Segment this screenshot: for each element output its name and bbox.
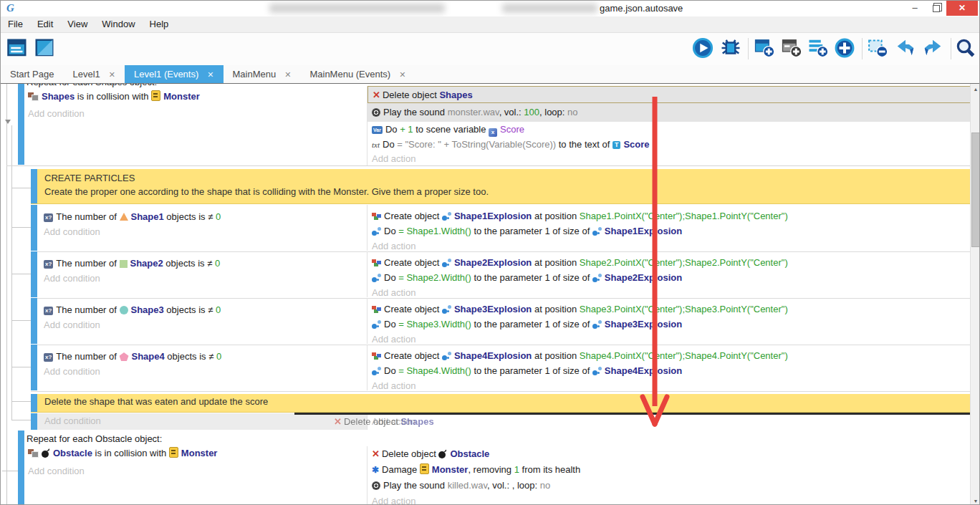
action-row-create-object[interactable]: Create object Shape4Explosion at positio…	[372, 348, 788, 364]
action-row-delete-shapes[interactable]: ✕Delete object Shapes	[368, 86, 971, 103]
bomb-object-icon	[438, 449, 447, 458]
shape1-triangle-icon	[120, 213, 128, 221]
tab-start-page[interactable]: Start Page	[1, 65, 63, 83]
actions-cell[interactable]: Add action	[367, 413, 971, 430]
redo-button[interactable]	[922, 37, 945, 60]
add-element-button[interactable]	[834, 37, 857, 60]
delete-event-button[interactable]	[867, 37, 890, 60]
shape3-circle-icon	[120, 306, 128, 314]
scrollbar-thumb[interactable]	[971, 133, 980, 247]
tab-mainmenu-events-[interactable]: MainMenu (Events)✕	[300, 65, 415, 83]
action-row-delete-obstacle[interactable]: ✕Delete object Obstacle	[368, 446, 971, 462]
shape4-pentagon-icon	[120, 352, 129, 361]
action-row-play-sound[interactable]: Play the sound monster.wav, vol.: 100, l…	[368, 103, 971, 122]
action-row-damage-monster[interactable]: ✱Damage Monster, removing 1 from its hea…	[368, 462, 971, 478]
create-object-icon	[372, 259, 381, 267]
tab-mainmenu[interactable]: MainMenu✕	[224, 65, 301, 83]
tab-label: Level1 (Events)	[134, 69, 198, 80]
close-button[interactable]: ✕	[946, 1, 978, 16]
actions-column: ✕Delete object Obstacle ✱Damage Monster,…	[367, 446, 971, 505]
add-condition-link[interactable]: Add condition	[44, 224, 100, 240]
comment-block[interactable]: CREATE PARTICLES Create the proper one a…	[31, 169, 970, 204]
tab-close-icon[interactable]: ✕	[207, 70, 213, 79]
minimize-button[interactable]: –	[905, 1, 925, 16]
add-sub-event-button[interactable]	[781, 37, 804, 60]
condition-row[interactable]: x?The number of Shape4 objects is ≠ 0	[44, 349, 221, 365]
tab-close-icon[interactable]: ✕	[109, 70, 115, 79]
add-condition-link[interactable]: Add condition	[44, 413, 101, 429]
condition-row[interactable]: x?The number of Shape2 objects is ≠ 0	[44, 256, 220, 271]
action-row-set-size[interactable]: Do = Shape4.Width() to the parameter 1 o…	[372, 363, 682, 379]
add-event-button[interactable]	[754, 37, 777, 60]
action-row-create-object[interactable]: Create object Shape2Explosion at positio…	[372, 255, 788, 271]
debug-button[interactable]	[720, 37, 743, 60]
add-condition-link[interactable]: Add condition	[44, 364, 100, 380]
event-bar	[31, 205, 37, 251]
action-row-create-object[interactable]: Create object Shape1Explosion at positio…	[372, 208, 788, 224]
action-row-set-size[interactable]: Do = Shape2.Width() to the parameter 1 o…	[372, 270, 682, 286]
maximize-button[interactable]	[926, 1, 946, 16]
condition-row[interactable]: x?The number of Shape1 objects is ≠ 0	[44, 209, 221, 225]
condition-row[interactable]: Shapes is in collision with Monster	[28, 89, 200, 105]
scene-editor-button[interactable]	[34, 37, 57, 60]
add-action-link[interactable]: Add action	[372, 378, 415, 394]
comment-body: Create the proper one according to the s…	[44, 186, 489, 197]
particle-emitter-icon	[442, 305, 451, 314]
tree-guide-line	[11, 125, 12, 420]
tab-close-icon[interactable]: ✕	[284, 70, 291, 79]
tree-guide-tick	[2, 471, 18, 471]
comment-block[interactable]: Delete the shape that was eaten and upda…	[31, 394, 970, 413]
vertical-scrollbar[interactable]: ▲ ▼	[970, 84, 980, 505]
undo-button[interactable]	[895, 37, 918, 60]
menu-edit[interactable]: Edit	[30, 16, 60, 32]
event-bar[interactable]	[18, 431, 24, 505]
particle-emitter-icon	[372, 367, 381, 375]
scroll-up-icon[interactable]: ▲	[971, 84, 980, 95]
add-condition-link[interactable]: Add condition	[28, 106, 85, 122]
particle-emitter-icon	[592, 367, 602, 375]
action-row-set-size[interactable]: Do = Shape1.Width() to the parameter 1 o…	[372, 223, 682, 239]
particle-emitter-icon	[592, 227, 602, 236]
action-row-play-sound[interactable]: Play the sound killed.wav, vol.: , loop:…	[368, 478, 971, 494]
add-comment-button[interactable]	[807, 37, 830, 60]
action-row-create-object[interactable]: Create object Shape3Explosion at positio…	[372, 302, 788, 317]
add-condition-link[interactable]: Add condition	[44, 317, 100, 333]
add-condition-link[interactable]: Add condition	[44, 271, 100, 287]
tab-label: MainMenu (Events)	[309, 69, 390, 80]
event-bar[interactable]	[18, 83, 24, 165]
run-preview-button[interactable]	[692, 37, 715, 60]
add-condition-link[interactable]: Add condition	[28, 463, 85, 479]
shape1-subevent[interactable]: x?The number of Shape1 objects is ≠ 0 Ad…	[31, 205, 970, 252]
event-repeat-header[interactable]: Repeat for each Obstacle object:	[27, 431, 162, 447]
shape2-subevent[interactable]: x?The number of Shape2 objects is ≠ 0 Ad…	[31, 251, 970, 299]
search-button[interactable]	[955, 37, 978, 60]
conditions-cell[interactable]: Add condition	[37, 413, 367, 430]
tab-level1-events-[interactable]: Level1 (Events)✕	[125, 65, 224, 83]
tab-close-icon[interactable]: ✕	[399, 70, 405, 79]
event-separator	[6, 165, 970, 166]
menu-file[interactable]: File	[1, 16, 30, 32]
menu-view[interactable]: View	[60, 16, 95, 32]
tab-level1[interactable]: Level1✕	[63, 65, 125, 83]
condition-row[interactable]: Obstacle is in collision with Monster	[28, 446, 217, 461]
empty-subevent-row[interactable]: Add condition Add action ✕Delete object …	[31, 413, 970, 430]
shape3-subevent[interactable]: x?The number of Shape3 objects is ≠ 0 Ad…	[31, 298, 970, 345]
menu-window[interactable]: Window	[95, 16, 142, 32]
add-action-link[interactable]: Add action	[368, 494, 971, 505]
event-expander-icon[interactable]	[5, 120, 11, 124]
shape4-subevent[interactable]: x?The number of Shape4 objects is ≠ 0 Ad…	[31, 345, 970, 392]
particle-emitter-icon	[592, 274, 602, 282]
toolbar-separator	[951, 38, 951, 59]
text-action-icon: txt	[372, 140, 380, 149]
menu-help[interactable]: Help	[143, 16, 176, 32]
condition-row[interactable]: x?The number of Shape3 objects is ≠ 0	[44, 302, 221, 318]
action-row-text-score[interactable]: txtDo = "Score: " + ToString(Variable(Sc…	[368, 137, 971, 152]
particle-emitter-icon	[442, 212, 451, 221]
action-row-set-size[interactable]: Do = Shape3.Width() to the parameter 1 o…	[372, 317, 682, 332]
scroll-down-icon[interactable]: ▼	[971, 496, 980, 505]
menu-bar: FileEditViewWindowHelp	[1, 16, 979, 33]
project-properties-button[interactable]	[6, 37, 29, 60]
add-action-link[interactable]: Add action	[368, 152, 971, 166]
action-row-scene-variable[interactable]: VarDo + 1 to scene variable xScore	[368, 122, 971, 137]
object-count-icon: x?	[44, 260, 53, 269]
